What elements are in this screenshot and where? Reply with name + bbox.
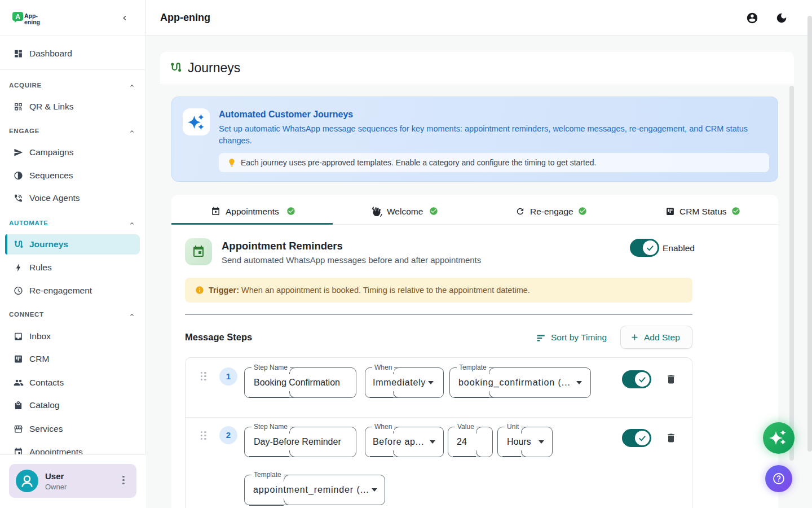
svg-text:A: A [15, 13, 20, 21]
